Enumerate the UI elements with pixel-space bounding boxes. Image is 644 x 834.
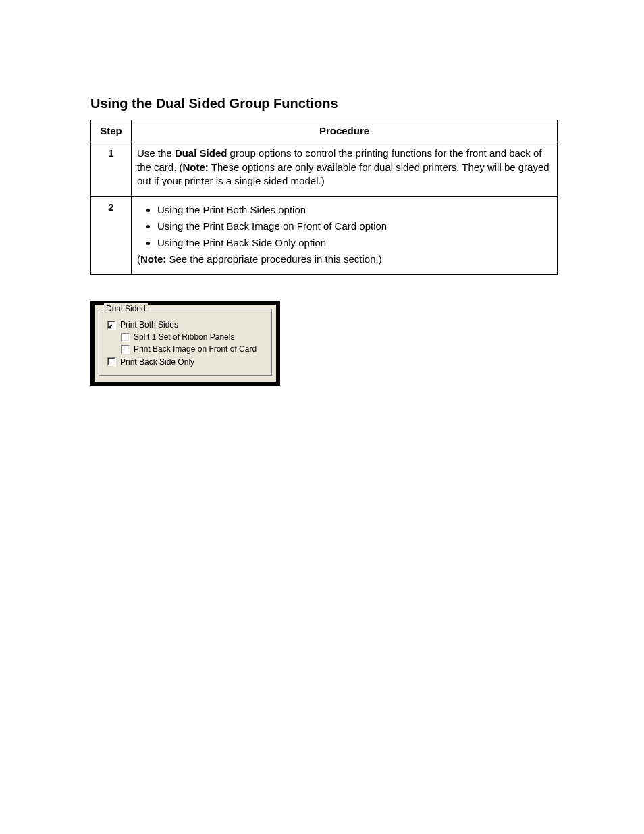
checkbox-label: Print Back Side Only [120,357,194,367]
procedure-bullets: Using the Print Both Sides option Using … [137,203,552,250]
step-number: 1 [91,142,132,197]
dual-sided-groupbox: Dual Sided Print Both Sides Split 1 Set … [90,301,280,386]
list-item: Using the Print Back Side Only option [157,236,552,250]
checkbox-icon [121,333,130,342]
checkbox-icon [107,357,116,366]
checkbox-print-back-on-front[interactable]: Print Back Image on Front of Card [105,344,266,355]
table-header-step: Step [91,120,132,142]
checkbox-label: Print Both Sides [120,319,178,330]
checkbox-icon [121,345,130,354]
list-item: Using the Print Both Sides option [157,203,552,217]
procedure-cell: Using the Print Both Sides option Using … [132,197,558,275]
list-item: Using the Print Back Image on Front of C… [157,219,552,233]
checkbox-icon [107,321,116,330]
table-row: 2 Using the Print Both Sides option Usin… [91,197,558,275]
table-row: 1 Use the Dual Sided group options to co… [91,142,558,197]
checkbox-label: Split 1 Set of Ribbon Panels [134,332,234,342]
checkbox-label: Print Back Image on Front of Card [134,344,257,355]
checkbox-print-both-sides[interactable]: Print Both Sides [105,319,266,330]
procedure-table: Step Procedure 1 Use the Dual Sided grou… [90,120,558,275]
step-number: 2 [91,197,132,275]
table-header-procedure: Procedure [132,120,558,142]
section-heading: Using the Dual Sided Group Functions [90,95,644,113]
procedure-cell: Use the Dual Sided group options to cont… [132,142,558,197]
checkbox-print-back-only[interactable]: Print Back Side Only [105,357,266,367]
checkbox-split-ribbon-panels[interactable]: Split 1 Set of Ribbon Panels [105,332,266,342]
